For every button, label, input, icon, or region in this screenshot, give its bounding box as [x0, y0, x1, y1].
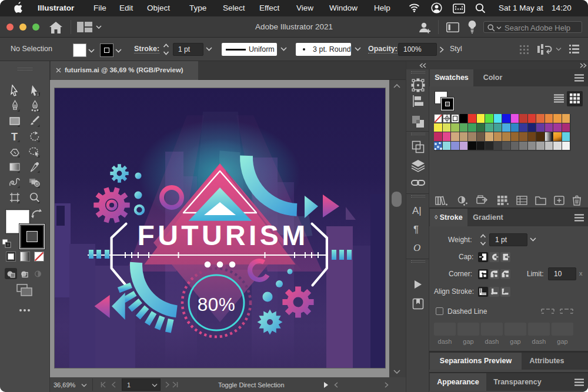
svg-text:FUTURISM: FUTURISM: [137, 220, 308, 251]
svg-text:80%: 80%: [198, 294, 236, 315]
